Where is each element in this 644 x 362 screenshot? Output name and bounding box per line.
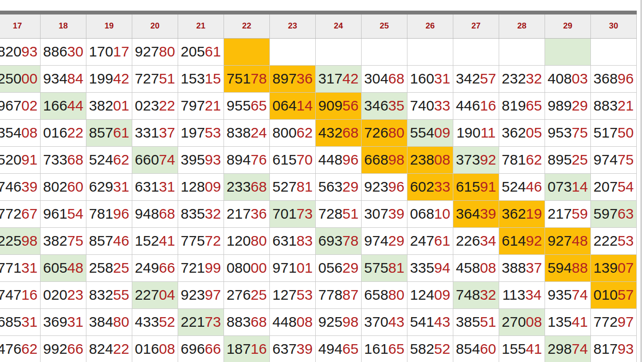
number-cell: 40803 bbox=[545, 65, 591, 92]
number-cell: 22598 bbox=[0, 227, 41, 254]
digits-red: 22 bbox=[67, 125, 83, 140]
number-cell: 17017 bbox=[86, 38, 132, 65]
digits-red: 99 bbox=[205, 260, 221, 276]
number-cell: 33137 bbox=[132, 119, 178, 146]
digits-red: 81 bbox=[296, 179, 312, 195]
digits-red: 35 bbox=[388, 97, 404, 113]
digits-red: 25 bbox=[251, 287, 266, 303]
digits-black: 197 bbox=[181, 125, 205, 140]
number-cell: 52446 bbox=[499, 173, 545, 200]
digits-red: 83 bbox=[296, 233, 312, 249]
digits-red: 37 bbox=[159, 125, 175, 140]
digits-black: 346 bbox=[364, 97, 388, 113]
number-cell: 62931 bbox=[86, 173, 132, 200]
column-header: 18 bbox=[41, 13, 86, 38]
number-cell bbox=[499, 38, 545, 65]
digits-black: 835 bbox=[181, 206, 205, 222]
digits-red: 37 bbox=[526, 260, 542, 276]
digits-red: 74 bbox=[159, 152, 175, 167]
digits-red: 21 bbox=[205, 97, 221, 113]
digits-red: 84 bbox=[67, 70, 83, 86]
digits-black: 974 bbox=[593, 152, 617, 167]
digits-black: 217 bbox=[226, 206, 251, 222]
digits-black: 247 bbox=[410, 233, 434, 249]
digits-red: 81 bbox=[388, 260, 404, 276]
number-cell: 94868 bbox=[132, 200, 178, 227]
number-cell: 85761 bbox=[86, 119, 132, 146]
number-cell: 38275 bbox=[41, 227, 86, 254]
number-cell: 88368 bbox=[224, 308, 270, 335]
digits-red: 68 bbox=[342, 125, 358, 140]
number-cell: 36896 bbox=[591, 65, 637, 92]
number-cell: 37392 bbox=[453, 146, 499, 173]
number-cell: 95565 bbox=[224, 92, 270, 119]
digits-black: 187 bbox=[226, 341, 251, 357]
digits-red: 91 bbox=[21, 152, 37, 167]
number-cell: 57581 bbox=[362, 254, 407, 281]
number-cell: 25825 bbox=[86, 254, 132, 281]
column-header: 20 bbox=[132, 13, 178, 38]
digits-red: 19 bbox=[526, 206, 542, 222]
number-cell: 83255 bbox=[86, 281, 132, 308]
number-cell bbox=[316, 38, 362, 65]
digits-red: 31 bbox=[159, 179, 175, 195]
column-header: 26 bbox=[407, 13, 453, 38]
digits-red: 05 bbox=[526, 125, 542, 140]
number-cell: 63739 bbox=[270, 335, 316, 362]
digits-red: 80 bbox=[159, 43, 175, 59]
number-cell: 81793 bbox=[591, 335, 637, 362]
right-edge-divider bbox=[641, 0, 642, 362]
number-cell: 13907 bbox=[591, 254, 637, 281]
digits-black: 721 bbox=[181, 260, 205, 276]
digits-black: 161 bbox=[364, 341, 388, 357]
number-cell: 24761 bbox=[407, 227, 453, 254]
digits-black: 701 bbox=[272, 206, 296, 222]
number-cell: 74033 bbox=[407, 92, 453, 119]
digits-black: 270 bbox=[502, 314, 526, 330]
digits-red: 36 bbox=[251, 206, 266, 222]
number-cell: 93484 bbox=[41, 65, 86, 92]
digits-black: 824 bbox=[89, 341, 113, 357]
digits-red: 43 bbox=[434, 314, 450, 330]
number-cell: 85460 bbox=[453, 335, 499, 362]
number-cell bbox=[224, 38, 270, 65]
number-cell: 77267 bbox=[0, 200, 41, 227]
digits-red: 96 bbox=[617, 70, 633, 86]
digits-red: 61 bbox=[434, 233, 450, 249]
number-cell: 21736 bbox=[224, 200, 270, 227]
digits-black: 934 bbox=[43, 70, 67, 86]
column-header: 28 bbox=[499, 13, 545, 38]
number-cell: 83532 bbox=[178, 200, 224, 227]
digits-red: 68 bbox=[67, 152, 83, 167]
digits-red: 29 bbox=[342, 260, 358, 276]
digits-red: 08 bbox=[296, 314, 312, 330]
column-header: 23 bbox=[270, 13, 316, 38]
digits-red: 00 bbox=[251, 260, 266, 276]
digits-black: 190 bbox=[456, 125, 480, 140]
digits-black: 582 bbox=[410, 341, 434, 357]
number-cell: 89736 bbox=[270, 65, 316, 92]
digits-black: 927 bbox=[547, 233, 572, 249]
digits-black: 382 bbox=[89, 97, 113, 113]
number-cell: 07314 bbox=[545, 173, 591, 200]
number-cell: 60548 bbox=[41, 254, 86, 281]
digits-black: 476 bbox=[0, 341, 21, 357]
number-cell: 61570 bbox=[270, 146, 316, 173]
digits-black: 923 bbox=[181, 287, 205, 303]
digits-black: 631 bbox=[135, 179, 159, 195]
digits-red: 23 bbox=[67, 287, 83, 303]
digits-black: 207 bbox=[593, 179, 617, 195]
digits-red: 98 bbox=[21, 233, 37, 249]
digits-black: 923 bbox=[364, 179, 388, 195]
digits-red: 76 bbox=[251, 152, 266, 167]
digits-red: 44 bbox=[67, 97, 83, 113]
table-row: 2500093484199427275115315751788973631742… bbox=[0, 65, 637, 92]
digits-black: 909 bbox=[318, 97, 342, 113]
digits-black: 781 bbox=[89, 206, 113, 222]
digits-red: 32 bbox=[526, 70, 542, 86]
number-cell: 59763 bbox=[591, 200, 637, 227]
number-cell: 52091 bbox=[0, 146, 41, 173]
number-cell bbox=[407, 38, 453, 65]
digits-red: 39 bbox=[388, 206, 404, 222]
number-cell: 16031 bbox=[407, 65, 453, 92]
